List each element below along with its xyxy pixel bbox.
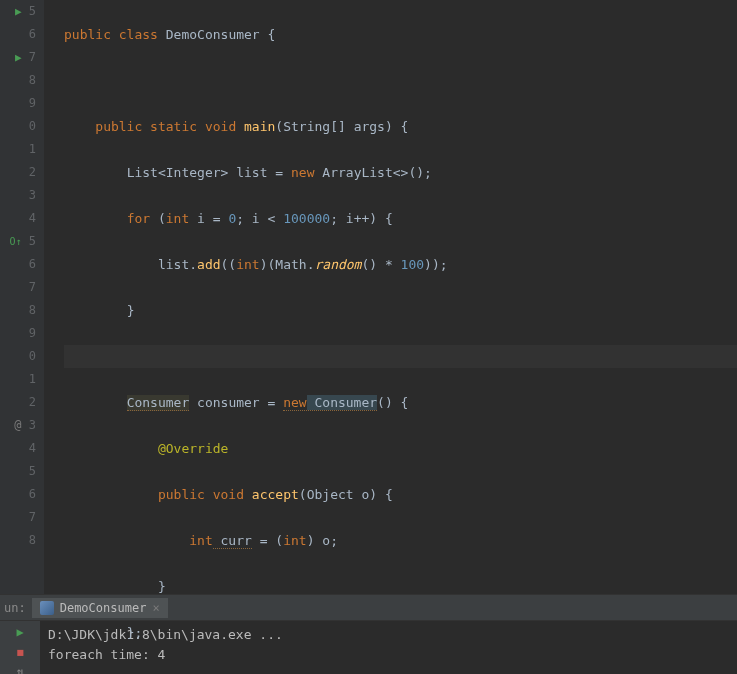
override-icon[interactable]: O↑ [9,236,21,247]
java-class-icon [40,601,54,615]
console-toolbar: ▶ ◼ ⇅ [0,621,40,674]
run-line-icon[interactable]: ▶ [15,51,22,64]
line-gutter: ▶ 5 6 ▶ 7 8 9 0 1 2 3 4 O↑ 5 6 7 8 9 0 1… [0,0,44,594]
layout-icon[interactable]: ⇅ [12,665,28,674]
code-content[interactable]: public class DemoConsumer { public stati… [44,0,737,594]
run-label: un: [0,601,32,615]
code-editor[interactable]: ▶ 5 6 ▶ 7 8 9 0 1 2 3 4 O↑ 5 6 7 8 9 0 1… [0,0,737,594]
run-line-icon[interactable]: ▶ [15,5,22,18]
stop-icon[interactable]: ◼ [12,645,28,659]
method-marker-icon[interactable]: @ [14,418,21,432]
rerun-icon[interactable]: ▶ [12,625,28,639]
